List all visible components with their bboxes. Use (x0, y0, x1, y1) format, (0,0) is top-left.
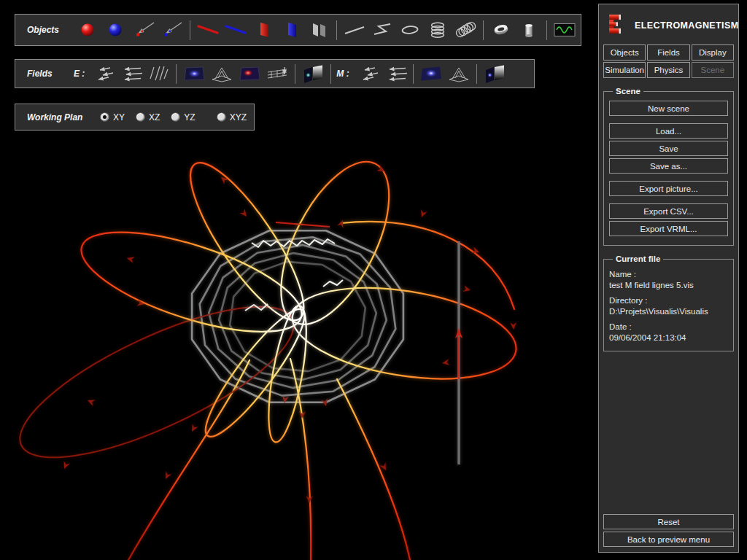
export-csv-button[interactable]: Export CSV... (609, 203, 728, 219)
app-window: { "toolbars": { "objects": { "label": "O… (0, 0, 747, 560)
flat-coil-icon[interactable] (452, 19, 479, 41)
e-field-lines-icon[interactable] (144, 63, 172, 85)
toolbar-separator (295, 64, 295, 84)
scene-group-title: Scene (613, 87, 643, 96)
radio-icon (100, 112, 109, 122)
bent-wire-icon[interactable] (368, 19, 396, 41)
file-directory-value: D:\Projets\Visualis\Visualis (609, 307, 728, 316)
working-plan-option-yz[interactable]: YZ (171, 112, 195, 122)
working-plan-option-xy[interactable]: XY (100, 112, 125, 122)
sidebar: ELECTROMAGNETISM Objects Fields Display … (598, 4, 739, 553)
objects-toolbar-label: Objects (27, 25, 75, 35)
save-as-button[interactable]: Save as... (609, 158, 728, 174)
e-uniform-field-icon[interactable] (117, 63, 144, 85)
export-vrml-button[interactable]: Export VRML... (609, 221, 728, 236)
objects-toolbar: Objects (15, 14, 581, 46)
toolbar-separator (483, 20, 484, 40)
e-source-map-icon[interactable] (236, 63, 263, 85)
solenoid-icon[interactable] (424, 19, 452, 41)
sidebar-tabs: Objects Fields Display Simulation Physic… (599, 44, 738, 78)
charged-rod-negative-icon[interactable] (222, 19, 249, 41)
radio-label: XYZ (230, 112, 247, 122)
app-title: ELECTROMAGNETISM (635, 20, 739, 31)
m-field-map-icon[interactable] (417, 63, 445, 85)
m-color-scale-icon[interactable] (481, 63, 508, 85)
e-field-label: E : (74, 69, 85, 79)
scene-group: Scene New scene Load... Save Save as... … (603, 87, 734, 246)
positive-charge-icon[interactable] (75, 19, 103, 41)
radio-label: XZ (149, 112, 160, 122)
e-vector-field-icon[interactable] (89, 63, 117, 85)
export-picture-button[interactable]: Export picture... (609, 181, 728, 196)
radio-label: YZ (184, 112, 195, 122)
toolbar-separator (413, 64, 414, 84)
back-to-preview-menu-button[interactable]: Back to preview menu (603, 532, 734, 547)
e-potential-map-icon[interactable] (180, 63, 208, 85)
e-flux-surface-icon[interactable] (263, 63, 291, 85)
toolbar-separator (336, 20, 337, 40)
m-vector-field-icon[interactable] (354, 63, 382, 85)
working-plan-option-xyz[interactable]: XYZ (217, 112, 247, 122)
moving-positive-charge-icon[interactable] (131, 19, 158, 41)
file-directory-label: Directory : (609, 296, 728, 305)
radio-icon (136, 112, 145, 122)
charged-plate-positive-icon[interactable] (249, 19, 277, 41)
sidebar-header: ELECTROMAGNETISM (599, 4, 738, 44)
working-plan-bar: Working Plan XY XZ YZ XYZ (15, 104, 255, 131)
tab-fields[interactable]: Fields (647, 44, 689, 61)
toolbar-separator (476, 64, 477, 84)
working-plan-option-xz[interactable]: XZ (136, 112, 160, 122)
working-plan-label: Working Plan (27, 112, 100, 122)
fields-toolbar-label: Fields (27, 69, 72, 79)
fields-toolbar: Fields E : M : (15, 59, 535, 88)
save-button[interactable]: Save (609, 141, 728, 156)
tab-objects[interactable]: Objects (603, 44, 646, 61)
charged-plate-negative-icon[interactable] (277, 19, 305, 41)
straight-wire-icon[interactable] (341, 19, 368, 41)
toolbar-separator (330, 64, 331, 84)
toolbar-separator (190, 20, 190, 40)
e-color-scale-icon[interactable] (299, 63, 327, 85)
cylinder-magnet-icon[interactable] (515, 19, 543, 41)
wire-loop-icon[interactable] (396, 19, 424, 41)
m-field-label: M : (336, 69, 349, 79)
current-file-group: Current file Name : test M field lignes … (603, 254, 734, 351)
new-scene-button[interactable]: New scene (609, 101, 728, 116)
radio-icon (171, 112, 180, 122)
load-button[interactable]: Load... (609, 123, 728, 139)
radio-icon (217, 112, 226, 122)
radio-label: XY (113, 112, 125, 122)
file-date-value: 09/06/2004 21:13:04 (609, 333, 728, 342)
charged-rod-positive-icon[interactable] (194, 19, 222, 41)
file-name-value: test M field lignes 5.vis (609, 281, 728, 289)
reset-button[interactable]: Reset (603, 514, 734, 529)
tab-scene: Scene (692, 62, 734, 78)
tab-physics[interactable]: Physics (647, 62, 689, 78)
app-logo-icon (608, 13, 625, 38)
oscilloscope-icon[interactable] (551, 19, 578, 41)
toolbar-separator (546, 20, 547, 40)
m-uniform-field-icon[interactable] (382, 63, 409, 85)
e-potential-surface-icon[interactable] (208, 63, 236, 85)
current-file-title: Current file (613, 254, 663, 263)
toolbar-separator (176, 64, 177, 84)
file-name-label: Name : (609, 270, 728, 279)
file-date-label: Date : (609, 322, 728, 331)
moving-negative-charge-icon[interactable] (158, 19, 186, 41)
m-field-surface-icon[interactable] (445, 63, 473, 85)
negative-charge-icon[interactable] (103, 19, 131, 41)
tab-simulation[interactable]: Simulation (603, 62, 646, 78)
sidebar-footer: Reset Back to preview menu (603, 514, 734, 547)
capacitor-plates-icon[interactable] (305, 19, 333, 41)
tab-display[interactable]: Display (692, 44, 734, 61)
ring-magnet-icon[interactable] (487, 19, 515, 41)
